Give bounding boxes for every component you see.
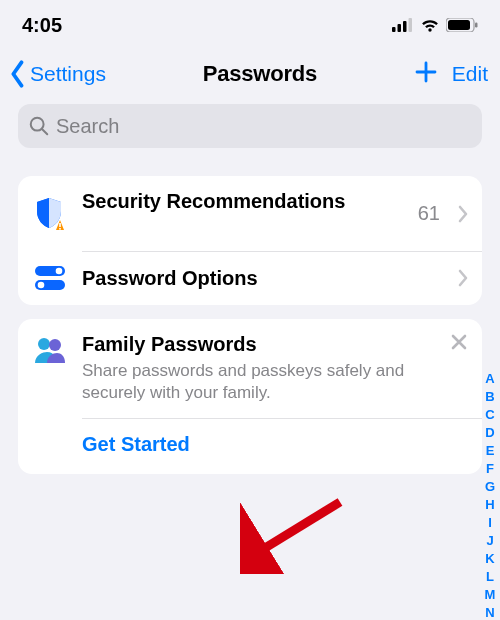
toggles-icon	[34, 265, 66, 291]
svg-rect-10	[59, 223, 61, 227]
chevron-right-icon	[458, 205, 468, 223]
wifi-icon	[420, 18, 440, 32]
svg-point-16	[38, 338, 50, 350]
search-placeholder: Search	[56, 115, 119, 138]
close-icon	[450, 333, 468, 351]
svg-rect-11	[59, 228, 61, 230]
plus-icon	[414, 60, 438, 84]
svg-point-4	[428, 28, 431, 31]
dismiss-button[interactable]	[450, 333, 468, 355]
shield-alert-icon	[35, 197, 65, 231]
family-title: Family Passwords	[82, 333, 468, 356]
security-title: Security Recommendations	[82, 190, 404, 213]
get-started-button[interactable]: Get Started	[18, 419, 482, 474]
svg-point-15	[38, 282, 45, 289]
password-options-row[interactable]: Password Options	[18, 251, 482, 305]
security-count: 61	[418, 202, 440, 225]
svg-rect-7	[475, 23, 478, 28]
security-subtitle-redacted	[82, 217, 404, 237]
family-icon	[33, 335, 67, 365]
annotation-arrow	[240, 494, 350, 574]
chevron-left-icon	[8, 60, 28, 88]
back-label: Settings	[30, 62, 106, 86]
status-bar: 4:05	[0, 0, 500, 50]
alphabet-index[interactable]: ABC DEF GHI JKL MN	[482, 370, 498, 620]
svg-line-9	[42, 129, 47, 134]
svg-rect-3	[409, 18, 413, 32]
page-title: Passwords	[203, 61, 317, 87]
settings-card: Security Recommendations 61 Password Opt…	[18, 176, 482, 305]
family-body-row: Family Passwords Share passwords and pas…	[18, 319, 482, 418]
svg-rect-6	[448, 20, 470, 30]
status-time: 4:05	[22, 14, 62, 37]
nav-bar: Settings Passwords Edit	[0, 50, 500, 98]
search-icon	[28, 115, 50, 137]
chevron-right-icon	[458, 269, 468, 287]
security-recommendations-row[interactable]: Security Recommendations 61	[18, 176, 482, 251]
svg-point-17	[49, 339, 61, 351]
search-input[interactable]: Search	[18, 104, 482, 148]
edit-button[interactable]: Edit	[452, 62, 488, 86]
options-title: Password Options	[82, 267, 444, 290]
family-passwords-card: Family Passwords Share passwords and pas…	[18, 319, 482, 474]
add-button[interactable]	[414, 60, 438, 89]
svg-point-13	[56, 268, 63, 275]
family-desc: Share passwords and passkeys safely and …	[82, 360, 468, 404]
status-icons	[392, 18, 478, 32]
svg-rect-0	[392, 27, 396, 32]
svg-rect-2	[403, 21, 407, 32]
back-button[interactable]: Settings	[8, 60, 106, 88]
svg-line-18	[252, 502, 340, 556]
battery-icon	[446, 18, 478, 32]
cellular-icon	[392, 18, 414, 32]
svg-rect-1	[398, 24, 402, 32]
